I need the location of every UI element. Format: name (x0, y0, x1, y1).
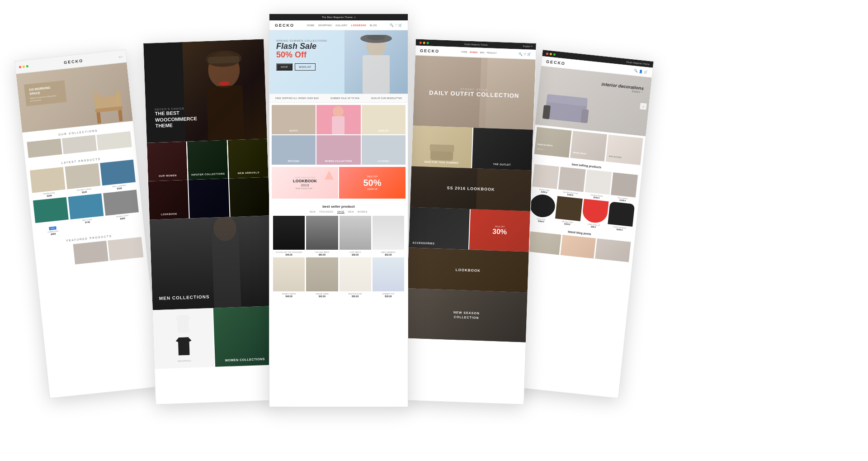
m5-prod-8: france bar lamp $459.0 (607, 202, 635, 232)
m3-nav-gallery[interactable]: Gallery (335, 24, 347, 27)
m5-min-dot (550, 52, 552, 55)
m3-promo-sale: sale off 50% HURRY UP (339, 167, 406, 199)
m3-tab-men[interactable]: Men (348, 210, 354, 214)
svg-rect-4 (94, 93, 101, 109)
m3-tab-women[interactable]: Women (358, 210, 368, 214)
m3-products-grid: stylish off the shoulder $45.00 for her … (273, 216, 404, 298)
m3-promo-strip: LOOK COLLECTION LOOKBOOK 2019 VIEW COLLE… (269, 167, 408, 201)
m3-bs-title: best seller product (273, 204, 404, 209)
m4-topbar-lang: English ▾ (523, 45, 533, 48)
m5-prod-img-3 (585, 170, 612, 195)
m3-tab-new[interactable]: NEW (310, 210, 316, 214)
m5-prod-img-8 (608, 202, 635, 227)
m3-prod-img-7 (340, 257, 371, 291)
m3-cat-womencoll: WOMEN COLLECTIONS (316, 135, 360, 165)
m3-nav-blog[interactable]: Blog (370, 24, 377, 27)
max-dot (26, 65, 28, 67)
m4-browser-dots (420, 41, 429, 44)
m2-tshirt-cell: NEW ARRIVALS (153, 308, 214, 369)
m3-prod-price-8: $29.00 (373, 295, 404, 298)
m3-shop-btn[interactable]: SHOP (276, 63, 292, 71)
m3-nav-shopping[interactable]: Shopping (318, 24, 332, 27)
svg-rect-7 (207, 85, 245, 141)
m3-nav-lookbook[interactable]: lookbook (351, 24, 366, 27)
m3-bs-tabs: NEW Trousers Shoe Men Women (273, 210, 404, 214)
m5-blog-img-2 (560, 235, 596, 259)
m3-cat-outfit-label: OUTFIT (272, 130, 316, 132)
m2-women-cell: WOMEN COLLECTIONS (213, 306, 275, 367)
m1-chair-svg (88, 81, 128, 125)
m5-blog-img-3 (595, 238, 631, 262)
m4-topbar-text: Studio Magento Theme (464, 43, 488, 46)
m3-tab-trousers[interactable]: Trousers (319, 210, 334, 214)
m1-prod-1: FARMHOUSE $299 (30, 167, 66, 199)
m4-outlet-label: THE OUTLET (472, 162, 532, 167)
m3-nav-icons: 🔍 ♡ 🛒 (390, 24, 402, 27)
m5-cat-studio-label: studio decor (573, 151, 586, 155)
m3-cat-outfit: OUTFIT (272, 105, 316, 134)
m1-coll-item-3 (97, 131, 132, 151)
m3-lb-link[interactable]: VIEW COLLECTION → (293, 187, 317, 190)
m5-close-dot (546, 52, 548, 55)
svg-rect-14 (363, 55, 390, 94)
m2-category-grid: OUR WOMEN HIPSTER COLLECTIONS NEW ARRIVA… (147, 138, 269, 181)
m3-cat-watches: WATCHES (272, 135, 316, 165)
m3-product-8: summer top $29.00 (373, 257, 404, 298)
m4-nav-women[interactable]: WOMEN (470, 51, 478, 54)
mockup-center-fashion: The Best Magento Theme :) GECKO Home Sho… (269, 14, 408, 407)
m5-cat-lamp-link[interactable]: Explore → (537, 147, 546, 151)
m5-prod-1: kitchen chair $299.0 (532, 164, 559, 195)
m5-prod-2: stainless dish bowl $189.0 (558, 167, 585, 197)
m1-logo: GECKO (64, 58, 84, 65)
m5-cat-lamp: lamp furniture Explore → (534, 127, 572, 158)
m1-prod-5: BELITUNG $749 (68, 193, 105, 233)
m3-product-1: stylish off the shoulder $45.00 (273, 216, 305, 256)
m5-cat-arrivals: new arrivals (606, 134, 643, 165)
m3-cat-glasses-label: GLASSES (362, 160, 406, 162)
m4-outfit-grid: NEW FOR THIS SUMMER THE OUTLET (411, 125, 533, 170)
m5-hero-sofa (539, 80, 594, 130)
m1-prod-3: WALL LOUNGE $349 (100, 160, 136, 191)
m3-nav-home[interactable]: Home (307, 24, 315, 27)
m3-prod-img-3 (340, 216, 371, 250)
m2-extra1 (189, 179, 229, 219)
m5-hero-next-arrow[interactable]: › (640, 103, 646, 109)
m4-hero: STREET STYLE DAILY OUTFIT COLLECTION (413, 56, 535, 130)
m1-hero-text: CO-WORKING SPACE Modern furniture for co… (24, 81, 67, 107)
svg-rect-3 (118, 110, 123, 122)
m5-browser-dots (546, 52, 556, 56)
m1-latest: LATEST PRODUCTS FARMHOUSE $299 ACCENT CH… (25, 151, 144, 240)
m2-tshirt-black (175, 337, 192, 356)
m3-product-4: caro garment $52.00 (373, 216, 404, 256)
m3-product-2: for her pants $65.00 (306, 216, 338, 256)
m1-prod-4: NEW COMMUTER $899 (33, 197, 70, 237)
m5-logo: GECKO (546, 59, 566, 66)
m1-prod-2: ACCENT CHAIR $249 (65, 163, 101, 195)
m3-prod-img-2 (306, 216, 338, 250)
m2-cat-arrivals: NEW ARRIVALS (227, 138, 268, 178)
m4-nav-men[interactable]: MEN (480, 52, 485, 54)
m5-prod-img-1 (532, 164, 559, 190)
mockup-fashion-dark: GECKO'S CHOICE THE BESTWOOCOMMERCETHEME … (143, 39, 277, 405)
m4-ns-text: NEW SEASONCOLLECTION (453, 310, 480, 320)
m3-nav-logo: GECKO (275, 23, 294, 28)
m3-wishlist-btn[interactable]: WISHLIST (295, 63, 316, 71)
m4-close-dot (420, 41, 422, 43)
m3-sale-urgency: HURRY UP (363, 188, 381, 190)
m5-prod-img-5 (529, 193, 556, 219)
m3-promo-sale: SUMMER SALE UP TO 54% (330, 97, 359, 100)
m3-tab-shoe[interactable]: Shoe (337, 210, 344, 214)
m3-product-5: sheath dress $48.00 (273, 257, 305, 298)
m4-logo: GECKO (420, 48, 439, 53)
browser-dots (19, 65, 28, 68)
m2-women-label: WOMEN COLLECTIONS (215, 357, 275, 362)
min-dot (23, 66, 25, 68)
m3-cat-womencoll-label: WOMEN COLLECTIONS (316, 160, 360, 162)
m4-nav-product[interactable]: PRODUCT (487, 52, 497, 54)
m5-prod-6: tall lamp table $259.0 (555, 196, 582, 226)
showcase-container: GECKO ⊕ ≡ CO-WORKING SPACE Modern furnit… (0, 0, 868, 461)
m5-hero: interior decorations Explore → › (535, 66, 651, 136)
m5-prod-img-6 (555, 196, 582, 221)
m1-prod-img-5 (68, 193, 104, 219)
m4-nav-home[interactable]: HOME (461, 51, 467, 53)
